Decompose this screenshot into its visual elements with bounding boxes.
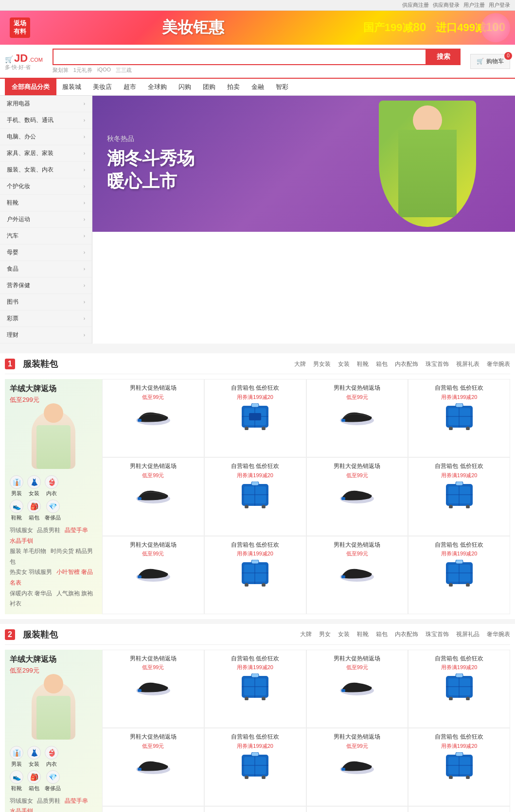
section2-tag-3[interactable]: 鞋靴 [357, 630, 369, 639]
sidebar-item-13[interactable]: 彩票 › [0, 311, 92, 327]
link-1[interactable]: 品质男鞋 [37, 527, 60, 534]
cat-1[interactable]: 👗 女装 [27, 475, 41, 497]
nav-link-1[interactable]: 美妆店 [87, 79, 118, 95]
product-cell-10[interactable]: 男鞋大促热销返场 低至99元 [306, 536, 408, 614]
section-tag-5[interactable]: 内衣配饰 [395, 360, 418, 368]
product-cell-1[interactable]: 自营箱包 低价狂欢 用券满199减20 [204, 379, 306, 457]
product-cell-5[interactable]: 自营箱包 低价狂欢 用券满199减20 [204, 457, 306, 536]
search-button[interactable]: 搜索 [426, 49, 461, 65]
search-hint-2[interactable]: iQOO [97, 67, 111, 74]
cat-4[interactable]: 🎒 箱包 [27, 500, 41, 521]
product-cell-0[interactable]: 男鞋大促热销返场 低至99元 [102, 379, 204, 457]
sidebar-item-3[interactable]: 家具、家居、家装 › [0, 145, 92, 162]
nav-link-5[interactable]: 团购 [197, 79, 221, 95]
section2-tag-2[interactable]: 女装 [338, 630, 350, 639]
cat2-5[interactable]: 💎 奢侈品 [45, 770, 61, 792]
cat2-0[interactable]: 👔 男装 [10, 746, 23, 768]
product-cell-3[interactable]: 自营箱包 低价狂欢 用券满199减20 [408, 379, 510, 457]
section2-tag-6[interactable]: 珠宝首饰 [426, 630, 449, 639]
s2-cell-10[interactable]: 男鞋大促热销返场 低至99元 [306, 806, 408, 812]
product-featured-2[interactable]: 羊绒大牌返场 低至299元 👔 男装 👗 女装 [5, 650, 102, 812]
s2-cell-2[interactable]: 男鞋大促热销返场 低至99元 [306, 650, 408, 728]
section-tag-0[interactable]: 大牌 [294, 360, 306, 368]
product-cell-4[interactable]: 男鞋大促热销返场 低至99元 [102, 457, 204, 536]
cat-3[interactable]: 👟 鞋靴 [10, 500, 23, 521]
nav-link-3[interactable]: 全球购 [142, 79, 173, 95]
sidebar-item-1[interactable]: 手机、数码、通讯 › [0, 112, 92, 129]
section-tag-1[interactable]: 男女装 [313, 360, 331, 368]
nav-link-2[interactable]: 超市 [118, 79, 142, 95]
section2-tag-5[interactable]: 内衣配饰 [395, 630, 418, 639]
cat2-3[interactable]: 👟 鞋靴 [10, 770, 23, 792]
cat-0[interactable]: 👔 男装 [10, 475, 23, 497]
s2-cell-8[interactable]: 男鞋大促热销返场 低至99元 [102, 806, 204, 812]
s2-link-0[interactable]: 羽绒服女 [10, 797, 33, 804]
s2-cell-0[interactable]: 男鞋大促热销返场 低至99元 [102, 650, 204, 728]
sidebar-item-14[interactable]: 理财 › [0, 327, 92, 344]
s2-link-2[interactable]: 晶莹手串 [65, 797, 88, 804]
sidebar-item-2[interactable]: 电脑、办公 › [0, 129, 92, 145]
link-0[interactable]: 羽绒服女 [10, 527, 33, 534]
sidebar-item-10[interactable]: 食品 › [0, 261, 92, 277]
s2-cell-4[interactable]: 男鞋大促热销返场 低至99元 [102, 728, 204, 806]
s2-cell-9[interactable]: 自营箱包 低价狂欢 用券满199减20 [204, 806, 306, 812]
search-hint-1[interactable]: 1元礼券 [73, 67, 92, 74]
link-2[interactable]: 晶莹手串 [65, 527, 88, 534]
sidebar-item-7[interactable]: 户外运动 › [0, 211, 92, 228]
nav-link-0[interactable]: 服装城 [56, 79, 87, 95]
nav-link-8[interactable]: 智彩 [270, 79, 294, 95]
s2-cell-3[interactable]: 自营箱包 低价狂欢 用券满199减20 [408, 650, 510, 728]
section-tag-2[interactable]: 女装 [338, 360, 350, 368]
search-hint-0[interactable]: 聚划算 [53, 67, 69, 74]
section-tag-6[interactable]: 珠宝首饰 [426, 360, 449, 368]
section2-tag-1[interactable]: 男女 [319, 630, 331, 639]
sidebar-item-8[interactable]: 汽车 › [0, 228, 92, 244]
cart-button[interactable]: 🛒 购物车 0 [470, 54, 510, 69]
link-4[interactable]: 服装 羊毛织物 [10, 548, 46, 554]
cat-2[interactable]: 👙 内衣 [45, 475, 58, 497]
logo[interactable]: 🛒 JD .COM 多·快·好·省 [5, 52, 43, 71]
section2-tag-4[interactable]: 箱包 [376, 630, 388, 639]
product-cell-2[interactable]: 男鞋大促热销返场 低至99元 [306, 379, 408, 457]
product-cell-11[interactable]: 自营箱包 低价狂欢 用券满199减20 [408, 536, 510, 614]
section2-tag-8[interactable]: 奢华腕表 [487, 630, 510, 639]
sidebar-item-4[interactable]: 服装、女装、内衣 › [0, 162, 92, 178]
section2-tag-7[interactable]: 视屏礼品 [456, 630, 479, 639]
sidebar-item-6[interactable]: 鞋靴 › [0, 195, 92, 211]
section-tag-4[interactable]: 箱包 [376, 360, 388, 368]
user-register-link[interactable]: 用户注册 [463, 1, 485, 9]
section2-tag-0[interactable]: 大牌 [300, 630, 312, 639]
sidebar-item-5[interactable]: 个护化妆 › [0, 178, 92, 195]
categories-button[interactable]: 全部商品分类 [5, 79, 56, 95]
search-hint-3[interactable]: 三三疏 [116, 67, 132, 74]
nav-link-4[interactable]: 闪购 [173, 79, 197, 95]
s2-cell-1[interactable]: 自营箱包 低价狂欢 用券满199减20 [204, 650, 306, 728]
supplier-login-link[interactable]: 供应商登录 [433, 1, 460, 9]
section-tag-7[interactable]: 视屏礼表 [456, 360, 479, 368]
cat-5[interactable]: 💎 奢侈品 [45, 500, 61, 521]
sidebar-item-12[interactable]: 图书 › [0, 294, 92, 311]
ad-banner[interactable]: 返场 有料 美妆钜惠 国产199减80 进口499减100 [0, 11, 515, 45]
product-featured-1[interactable]: 羊绒大牌返场 低至299元 👔 男装 👗 [5, 379, 102, 614]
section-tag-8[interactable]: 奢华腕表 [487, 360, 510, 368]
search-input[interactable] [53, 49, 426, 65]
s2-cell-5[interactable]: 自营箱包 低价狂欢 用券满199减20 [204, 728, 306, 806]
supplier-register-link[interactable]: 供应商注册 [402, 1, 429, 9]
nav-link-7[interactable]: 金融 [246, 79, 270, 95]
product-cell-6[interactable]: 男鞋大促热销返场 低至99元 [306, 457, 408, 536]
user-login-link[interactable]: 用户登录 [489, 1, 510, 9]
sidebar-item-9[interactable]: 母婴 › [0, 244, 92, 261]
cat2-4[interactable]: 🎒 箱包 [27, 770, 41, 792]
link-8[interactable]: 保暖内衣 奢华品 [10, 590, 52, 597]
s2-cell-6[interactable]: 男鞋大促热销返场 低至99元 [306, 728, 408, 806]
link-6[interactable]: 热卖女 羽绒服男 [10, 569, 52, 575]
s2-cell-11[interactable]: 自营箱包 低价狂欢 用券满199减20 [408, 806, 510, 812]
nav-link-6[interactable]: 拍卖 [221, 79, 246, 95]
cat2-2[interactable]: 👙 内衣 [45, 746, 58, 768]
sidebar-item-0[interactable]: 家用电器 › [0, 96, 92, 112]
s2-link-1[interactable]: 品质男鞋 [37, 797, 60, 804]
s2-link-3[interactable]: 水晶手钏 [10, 808, 33, 812]
hero-banner[interactable]: 秋冬热品 潮冬斗秀场 暖心上市 [92, 96, 515, 232]
sidebar-item-11[interactable]: 营养保健 › [0, 277, 92, 294]
product-cell-7[interactable]: 自营箱包 低价狂欢 用券满199减20 [408, 457, 510, 536]
